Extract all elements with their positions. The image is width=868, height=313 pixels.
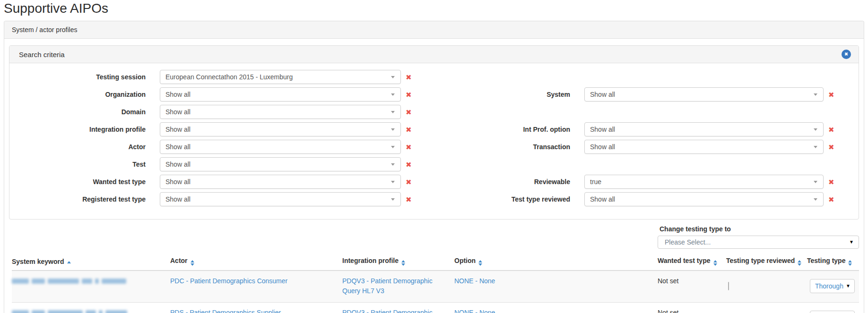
chevron-down-icon	[391, 163, 395, 166]
clear-filter-icon[interactable]: ✖	[828, 126, 834, 133]
clear-filter-icon[interactable]: ✖	[406, 196, 412, 203]
test-select[interactable]: Show all	[160, 157, 401, 171]
system-label: System	[493, 91, 570, 98]
close-search-icon[interactable]: ✖	[842, 50, 851, 59]
sort-icon	[848, 260, 852, 266]
int-prof-option-select[interactable]: Show all	[584, 122, 824, 136]
system-actor-profiles-panel: System / actor profiles Search criteria …	[4, 21, 864, 313]
clear-filter-icon[interactable]: ✖	[406, 126, 412, 133]
chevron-down-icon	[814, 198, 817, 201]
reviewable-select[interactable]: true	[584, 175, 824, 189]
transaction-value: Show all	[590, 143, 814, 151]
test-value: Show all	[165, 161, 391, 168]
clear-filter-icon[interactable]: ✖	[406, 178, 412, 186]
system-keyword-link[interactable]	[12, 308, 165, 313]
transaction-select[interactable]: Show all	[584, 140, 824, 154]
clear-filter-icon[interactable]: ✖	[406, 161, 412, 168]
chevron-down-icon	[391, 198, 395, 201]
sort-icon	[478, 260, 482, 266]
header-label: System keyword	[12, 258, 64, 265]
integration-profile-value: Show all	[165, 126, 391, 133]
testing-type-select[interactable]: Thorough ▼	[810, 311, 855, 313]
wanted-test-type-value: Not set	[658, 277, 678, 285]
testing-session-select[interactable]: European Connectathon 2015 - Luxemburg	[160, 70, 401, 84]
wanted-test-type-select[interactable]: Show all	[160, 175, 401, 189]
domain-value: Show all	[165, 108, 391, 116]
domain-select[interactable]: Show all	[160, 105, 401, 119]
domain-label: Domain	[14, 108, 146, 116]
column-header-actor[interactable]: Actor	[170, 255, 342, 271]
testing-type-reviewed-checkbox[interactable]	[728, 282, 729, 290]
spacer	[493, 105, 834, 119]
header-label: Testing type	[807, 257, 845, 264]
spacer	[493, 70, 834, 84]
chevron-down-icon	[814, 128, 817, 131]
column-header-integration-profile[interactable]: Integration profile	[342, 255, 454, 271]
redacted-system-keyword	[12, 276, 165, 284]
organization-select[interactable]: Show all	[160, 87, 401, 102]
actor-select[interactable]: Show all	[160, 140, 401, 154]
sort-icon	[798, 260, 801, 266]
registered-test-type-value: Show all	[165, 195, 391, 203]
organization-label: Organization	[14, 91, 146, 98]
system-select[interactable]: Show all	[584, 87, 824, 102]
panel-heading: System / actor profiles	[4, 21, 864, 39]
column-header-testing-type[interactable]: Testing type	[807, 255, 859, 271]
integration-profile-select[interactable]: Show all	[160, 122, 401, 136]
testing-type-select[interactable]: Thorough ▼	[810, 279, 855, 293]
table-row: PDC - Patient Demographics Consumer PDQV…	[12, 271, 859, 303]
wanted-test-type-value: Show all	[165, 178, 391, 186]
testing-type-value: Thorough	[815, 281, 843, 291]
actor-link[interactable]: PDS - Patient Demographics Supplier	[170, 309, 281, 313]
chevron-down-icon	[391, 128, 395, 131]
header-label: Wanted test type	[658, 257, 711, 264]
wanted-test-type-value: Not set	[658, 309, 678, 313]
chevron-down-icon	[391, 111, 395, 113]
system-keyword-link[interactable]	[12, 276, 165, 284]
chevron-down-icon	[391, 93, 395, 96]
header-label: Testing type reviewed	[726, 257, 795, 264]
caret-down-icon: ▼	[846, 284, 851, 288]
test-type-reviewed-label: Test type reviewed	[493, 195, 570, 203]
test-type-reviewed-value: Show all	[590, 195, 814, 203]
column-header-testing-type-reviewed[interactable]: Testing type reviewed	[726, 255, 807, 271]
change-testing-type-label: Change testing type to	[660, 225, 859, 233]
clear-filter-icon[interactable]: ✖	[828, 91, 834, 98]
integration-profile-label: Integration profile	[14, 126, 146, 133]
registered-test-type-select[interactable]: Show all	[160, 192, 401, 206]
int-prof-option-label: Int Prof. option	[493, 126, 570, 133]
chevron-down-icon	[391, 76, 395, 78]
clear-filter-icon[interactable]: ✖	[406, 144, 412, 151]
registered-test-type-label: Registered test type	[14, 195, 146, 203]
sort-asc-icon	[67, 261, 71, 263]
integration-profile-link[interactable]: PDQV3 - Patient Demographic Query HL7 V3	[342, 309, 433, 313]
clear-filter-icon[interactable]: ✖	[828, 178, 834, 186]
spacer	[493, 157, 834, 171]
change-testing-type-select[interactable]: Please Select... ▼	[658, 236, 859, 249]
int-prof-option-value: Show all	[590, 126, 814, 133]
option-link[interactable]: NONE - None	[454, 309, 495, 313]
redacted-system-keyword	[12, 308, 165, 313]
caret-down-icon: ▼	[849, 240, 854, 245]
chevron-down-icon	[814, 146, 817, 148]
clear-filter-icon[interactable]: ✖	[828, 196, 834, 203]
actor-value: Show all	[165, 143, 391, 151]
header-label: Integration profile	[342, 257, 399, 264]
column-header-option[interactable]: Option	[454, 255, 658, 271]
testing-session-value: European Connectathon 2015 - Luxemburg	[165, 73, 391, 81]
test-label: Test	[14, 161, 146, 168]
clear-filter-icon[interactable]: ✖	[406, 109, 412, 116]
clear-filter-icon[interactable]: ✖	[828, 144, 834, 151]
actor-link[interactable]: PDC - Patient Demographics Consumer	[170, 277, 287, 285]
column-header-system-keyword[interactable]: System keyword	[12, 255, 170, 271]
clear-filter-icon[interactable]: ✖	[406, 91, 412, 98]
page-title: Supportive AIPOs	[4, 1, 868, 16]
integration-profile-link[interactable]: PDQV3 - Patient Demographic Query HL7 V3	[342, 277, 433, 295]
header-label: Actor	[170, 257, 188, 264]
actor-label: Actor	[14, 143, 146, 151]
clear-filter-icon[interactable]: ✖	[406, 74, 412, 81]
option-link[interactable]: NONE - None	[454, 277, 495, 285]
test-type-reviewed-select[interactable]: Show all	[584, 192, 824, 206]
column-header-wanted-test-type[interactable]: Wanted test type	[658, 255, 726, 271]
aipo-results-table: System keyword Actor Integration profile…	[12, 255, 859, 313]
